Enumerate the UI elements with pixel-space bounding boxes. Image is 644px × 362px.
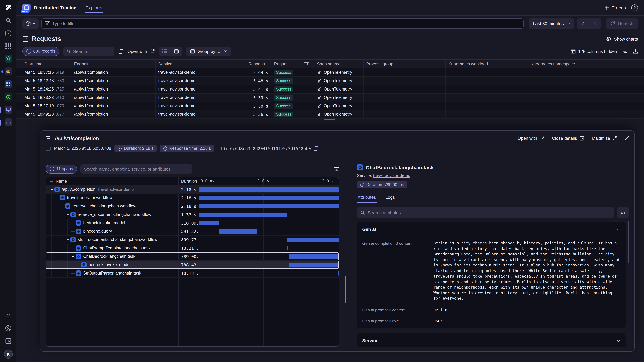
time-back-button[interactable] (577, 18, 589, 29)
name-column-header[interactable]: Name (56, 179, 67, 184)
attribute-row[interactable]: Gen ai completion 0 content Berlin is a … (362, 238, 620, 304)
dynatrace-logo-icon[interactable] (4, 4, 12, 11)
smartscape-app-icon[interactable] (4, 55, 12, 62)
playback-icon[interactable] (4, 29, 12, 37)
chevron-down-icon[interactable] (616, 339, 620, 342)
span-bar[interactable] (198, 221, 219, 225)
maximize-button[interactable]: Maximize (592, 136, 617, 141)
collapse-icon[interactable]: − (66, 212, 70, 217)
row-menu-icon[interactable]: ⋮ (631, 95, 636, 100)
close-panel-button[interactable] (624, 136, 629, 140)
attribute-row[interactable]: Gen ai prompt 0 content berlin (362, 304, 620, 315)
code-view-button[interactable]: </> (617, 207, 629, 218)
span-search-input[interactable] (84, 166, 188, 171)
column-header[interactable]: Service (155, 60, 242, 68)
table-row[interactable]: Mar 5, 18:42:48.733 /api/v1/completion t… (16, 77, 644, 85)
table-row[interactable]: Mar 5, 18:24:25.725 /api/v1/completion t… (16, 85, 644, 93)
close-details-button[interactable]: Close details (552, 136, 584, 141)
add-traces-button[interactable]: Traces (604, 5, 626, 10)
requests-search-input[interactable] (73, 49, 111, 54)
pane-resizer-handle[interactable] (345, 276, 346, 303)
columns-hidden-button[interactable]: 128 columns hidden (570, 49, 617, 54)
collapse-icon[interactable]: − (49, 187, 54, 192)
column-header[interactable]: Kubernetes workload (446, 60, 528, 68)
row-menu-icon[interactable]: ⋮ (631, 103, 636, 108)
time-forward-button[interactable] (589, 18, 601, 29)
tab-attributes[interactable]: Attributes (357, 192, 377, 203)
open-with-button[interactable]: Open with (128, 49, 155, 54)
span-row[interactable]: − retrieval_chain.langchain.workflow 2.1… (46, 202, 339, 211)
pinned-app-2-icon[interactable] (4, 119, 12, 126)
column-header[interactable]: HTT... (298, 60, 314, 68)
span-bar[interactable] (289, 263, 338, 267)
account-icon[interactable] (4, 325, 12, 332)
kubernetes-app-icon[interactable] (4, 93, 12, 100)
span-row[interactable]: pinecone.query 591.32... (46, 227, 339, 236)
table-row[interactable]: Mar 5, 18:33:23.410 /api/v1/completion t… (16, 93, 644, 102)
copy-icon[interactable] (118, 49, 124, 54)
span-row[interactable]: − stuff_documents_chain.langchain.workfl… (46, 236, 339, 244)
row-menu-icon[interactable]: ⋮ (631, 78, 636, 83)
tab-logs[interactable]: Logs (385, 192, 396, 203)
attributes-scrollbar[interactable] (628, 221, 629, 264)
duration-column-header[interactable]: Duration (178, 179, 198, 184)
group-by-button[interactable]: Group by: ... (186, 46, 231, 56)
table-view-button[interactable] (170, 46, 182, 56)
span-row[interactable]: − ChatBedrock.langchain.task 789.00... (46, 252, 339, 261)
span-bar[interactable] (219, 229, 257, 234)
table-row[interactable]: Mar 5, 18:27:19.070 /api/v1/completion t… (16, 102, 644, 110)
row-menu-icon[interactable]: ⋮ (631, 70, 636, 75)
details-open-with-button[interactable]: Open with (518, 136, 544, 141)
chevron-down-icon[interactable] (616, 228, 620, 231)
span-bar[interactable] (287, 238, 339, 242)
column-header[interactable]: Start time (22, 60, 71, 68)
service-link[interactable]: travel-advisor-demo (373, 173, 410, 178)
row-menu-icon[interactable]: ⋮ (631, 87, 636, 92)
collapse-icon[interactable]: − (66, 237, 70, 242)
grid-app-icon[interactable] (4, 80, 12, 88)
span-bar[interactable] (198, 196, 339, 200)
tab-explorer[interactable]: Explorer (84, 0, 104, 15)
collapse-icon[interactable]: − (60, 204, 65, 209)
column-header[interactable]: Request... (271, 60, 298, 68)
column-header[interactable]: Endpoint (71, 60, 155, 68)
span-bar[interactable] (289, 254, 338, 259)
expand-all-icon[interactable] (49, 179, 53, 183)
span-sort-icon[interactable] (334, 167, 339, 171)
span-row[interactable]: StrOutputParser.langchain.task 10.18 ... (46, 269, 339, 278)
copy-icon[interactable] (314, 146, 318, 151)
span-row[interactable]: − travelgenerator.workflow 2.18 s (46, 194, 339, 202)
pinned-app-1-icon[interactable] (4, 106, 12, 113)
collapse-icon[interactable]: − (55, 195, 60, 200)
span-bar[interactable] (338, 271, 338, 276)
time-range-button[interactable]: Last 30 minutes (529, 18, 574, 29)
filter-input[interactable] (52, 21, 520, 26)
column-header-sorted[interactable]: Respons... (242, 60, 271, 68)
attribute-row[interactable]: Gen ai prompt 0 role user (362, 315, 620, 326)
dashboards-icon[interactable] (4, 337, 12, 345)
scope-selector-button[interactable] (22, 18, 38, 29)
span-row[interactable]: bedrock.invoke_model 318.09... (46, 219, 339, 227)
table-row[interactable]: Mar 5, 18:37:15.419 /api/v1/completion t… (16, 68, 644, 77)
span-row[interactable]: bedrock.invoke_model 788.43... (46, 261, 339, 269)
logs-app-icon[interactable] (4, 68, 12, 75)
show-charts-button[interactable]: Show charts (606, 36, 638, 41)
apps-grid-icon[interactable] (4, 42, 12, 50)
span-bar[interactable] (198, 213, 287, 217)
search-icon[interactable] (4, 17, 12, 24)
span-row[interactable]: ChatPromptTemplate.langchain.task 10.21 … (46, 244, 339, 252)
column-header[interactable]: Kubernetes namespace (528, 60, 612, 68)
reorder-columns-icon[interactable] (622, 49, 628, 53)
column-header[interactable]: Process group (363, 60, 446, 68)
table-row[interactable]: Mar 5, 18:49:23.077 /api/v1/completion t… (16, 110, 644, 119)
column-header[interactable]: Span source (314, 60, 363, 68)
list-view-button[interactable] (159, 46, 170, 56)
span-row[interactable]: − retrieve_documents.langchain.workflow … (46, 211, 339, 219)
refresh-button[interactable]: Refresh (606, 18, 638, 29)
span-bar[interactable] (287, 246, 288, 250)
span-row[interactable]: − /api/v1/completion travel-advisor-demo… (46, 185, 339, 194)
expand-rail-icon[interactable] (4, 312, 12, 319)
span-bar[interactable] (198, 187, 339, 192)
span-bar[interactable] (198, 204, 339, 209)
table-horizontal-scrollbar[interactable] (324, 119, 335, 120)
